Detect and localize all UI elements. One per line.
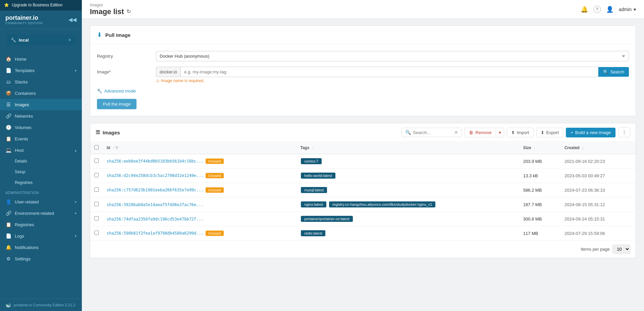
sidebar-item-settings[interactable]: ⚙ Settings xyxy=(0,253,82,264)
image-control: docker.io 🔍 Search ⚠ Image name is requi… xyxy=(156,67,629,83)
sidebar-item-events[interactable]: 📋 Events xyxy=(0,133,82,144)
id-column-header[interactable]: Id ↑ ▽ xyxy=(103,142,296,154)
notification-bell-icon[interactable]: 🔔 xyxy=(581,6,588,13)
sort-icon: ↕ xyxy=(534,146,535,150)
pull-image-button[interactable]: Pull the image xyxy=(97,99,137,109)
tag-badge[interactable]: nginx:latest xyxy=(301,201,326,207)
collapse-sidebar-button[interactable]: ◀◀ xyxy=(68,16,76,23)
refresh-icon[interactable]: ↻ xyxy=(126,8,131,15)
image-created: 2023-05-03 00:49:27 xyxy=(560,169,636,183)
user-profile-icon[interactable]: 👤 xyxy=(606,6,613,13)
build-image-button[interactable]: + Build a new image xyxy=(566,128,615,137)
select-all-checkbox[interactable] xyxy=(94,145,99,149)
environment-bar: 🔧 local × xyxy=(7,35,75,45)
sidebar-item-registries[interactable]: Registries xyxy=(0,177,82,188)
image-id-link[interactable]: sha256:39286ab8a5e14aeaf5fdd6e2fac76e... xyxy=(107,202,204,207)
created-column-header[interactable]: Created ↕ xyxy=(560,142,636,154)
filter-icon[interactable]: ▽ xyxy=(115,146,118,150)
row-checkbox[interactable] xyxy=(94,187,99,192)
row-checkbox[interactable] xyxy=(94,173,99,177)
image-created: 2021-09-16 02:20:23 xyxy=(560,154,636,169)
image-id-link[interactable]: sha256:74dfaa2356fa9dc196cd53e47bb72f... xyxy=(107,217,204,222)
clear-search-icon[interactable]: ✕ xyxy=(454,130,458,135)
sidebar-item-stacks[interactable]: 🗂 Stacks xyxy=(0,76,82,87)
plus-icon: + xyxy=(571,130,573,135)
image-size: 300.8 MB xyxy=(519,212,560,226)
notifications-icon: 🔔 xyxy=(5,245,11,250)
export-button[interactable]: ⬇ Export xyxy=(536,128,564,137)
row-checkbox[interactable] xyxy=(94,159,99,163)
templates-icon: 📄 xyxy=(5,68,11,73)
tag-badge[interactable]: registry.cn-hangzhou.aliyuncs.com/tlks/s… xyxy=(329,201,436,207)
table-row: sha256:d2c94e258dcb3c5ac2798d32e1249e...… xyxy=(90,169,636,183)
image-size: 203.9 MB xyxy=(519,154,560,169)
sidebar-item-label: User-related xyxy=(15,199,71,204)
image-id-link[interactable]: sha256:c757d623b1901eeba266f635e7e99c... xyxy=(107,188,204,192)
sidebar-item-environment-related[interactable]: 🔗 Environment-related ▾ xyxy=(0,207,82,219)
sidebar-item-label: Stacks xyxy=(15,79,76,84)
sidebar-item-templates[interactable]: 📄 Templates ▾ xyxy=(0,65,82,76)
table-row: sha256:590b81f2fea1af9798db4580a6299d...… xyxy=(90,226,636,241)
advanced-mode-link[interactable]: 🔧 Advanced mode xyxy=(97,88,629,94)
image-input[interactable] xyxy=(180,67,598,77)
upgrade-banner[interactable]: ⭐ Upgrade to Business Edition xyxy=(0,0,82,10)
image-size: 586.2 MB xyxy=(519,183,560,197)
sidebar-item-registries-admin[interactable]: 📋 Registries xyxy=(0,219,82,230)
registry-control: Docker Hub (anonymous) xyxy=(156,51,629,61)
sidebar-item-volumes[interactable]: 🕐 Volumes xyxy=(0,122,82,133)
remove-dropdown-button[interactable]: ▾ xyxy=(496,128,504,137)
size-column-header[interactable]: Size ↕ xyxy=(519,142,560,154)
content-area: ⬇ Pull image Registry Docker Hub (anonym… xyxy=(82,19,644,311)
import-button[interactable]: ⬆ Import xyxy=(507,128,534,137)
logo-area: portainer.io COMMUNITY EDITION ◀◀ xyxy=(0,10,82,29)
per-page-select[interactable]: 10 25 50 xyxy=(612,245,630,254)
trash-icon: 🗑 xyxy=(469,130,473,135)
user-chevron-down-icon: ▾ xyxy=(634,7,636,12)
select-all-cell xyxy=(90,142,103,154)
tags-cell: hello-world:latest xyxy=(300,172,515,179)
image-id-link[interactable]: sha256:d2c94e258dcb3c5ac2798d32e1249e... xyxy=(107,173,204,178)
image-id-link[interactable]: sha256:590b81f2fea1af9798db4580a6299d... xyxy=(107,231,204,236)
row-checkbox[interactable] xyxy=(94,216,99,221)
search-input[interactable] xyxy=(413,130,452,135)
sidebar-item-notifications[interactable]: 🔔 Notifications xyxy=(0,242,82,253)
tag-badge[interactable]: portainer/portainer-ce:latest xyxy=(301,216,353,222)
sidebar-item-logs[interactable]: 📄 Logs ▾ xyxy=(0,230,82,242)
remove-label: Remove xyxy=(475,130,491,135)
registry-select[interactable]: Docker Hub (anonymous) xyxy=(156,51,629,61)
tag-badge[interactable]: mysql:latest xyxy=(301,187,327,193)
sidebar-item-user-related[interactable]: 👤 User-related ▾ xyxy=(0,196,82,207)
tags-column-header[interactable]: Tags ↓ xyxy=(296,142,519,154)
error-text: Image name is required. xyxy=(161,78,204,83)
sidebar-item-setup[interactable]: Setup xyxy=(0,167,82,177)
sidebar-item-networks[interactable]: 🔗 Networks xyxy=(0,110,82,122)
tag-badge[interactable]: centos:7 xyxy=(301,158,322,164)
sidebar-item-details[interactable]: Details xyxy=(0,156,82,167)
image-id-link[interactable]: sha256:eeb6ee3f44bd0b5103bb561b4c16bc... xyxy=(107,159,204,164)
table-toolbar: ☰ Images 🔍 ✕ 🗑 Remove xyxy=(90,123,636,142)
sidebar-item-images[interactable]: ☰ Images xyxy=(0,99,82,110)
pull-image-body: Registry Docker Hub (anonymous) Image* d… xyxy=(90,44,636,116)
sidebar-item-containers[interactable]: 📦 Containers xyxy=(0,87,82,99)
sidebar-item-host[interactable]: 💻 Host ▴ xyxy=(0,144,82,156)
logo-text: portainer.io xyxy=(5,14,43,21)
import-label: Import xyxy=(517,130,529,135)
sidebar-subitem-label: Setup xyxy=(15,170,76,174)
row-checkbox[interactable] xyxy=(94,202,99,206)
table-footer: Items per page 10 25 50 xyxy=(90,241,636,258)
sidebar-item-label: Images xyxy=(15,102,76,107)
administration-label: Administration xyxy=(0,188,82,196)
close-env-button[interactable]: × xyxy=(68,37,71,43)
help-icon[interactable]: ? xyxy=(593,6,601,13)
sort-icon: ↑ xyxy=(113,146,114,150)
tag-badge[interactable]: redis:latest xyxy=(301,230,325,236)
search-icon: 🔍 xyxy=(603,69,608,74)
search-button[interactable]: 🔍 Search xyxy=(598,67,629,77)
image-label: Image* xyxy=(97,67,151,74)
tag-badge[interactable]: hello-world:latest xyxy=(301,173,335,179)
sidebar-item-home[interactable]: 🏠 Home xyxy=(0,53,82,65)
remove-button[interactable]: 🗑 Remove xyxy=(465,128,496,137)
admin-user-label[interactable]: admin ▾ xyxy=(619,7,636,12)
row-checkbox[interactable] xyxy=(94,231,99,235)
more-options-button[interactable]: ⋮ xyxy=(618,127,630,137)
